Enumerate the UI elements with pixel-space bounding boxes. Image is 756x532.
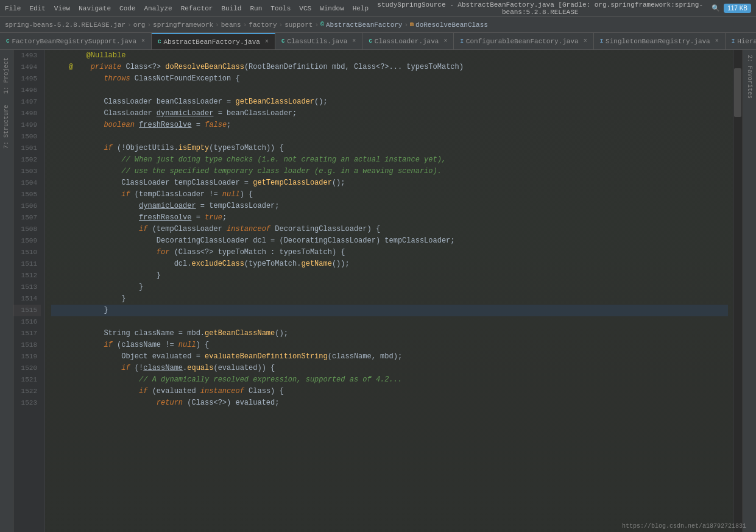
menu-bar[interactable]: File Edit View Navigate Code Analyze Ref… — [5, 5, 369, 12]
menu-analyze[interactable]: Analyze — [144, 5, 172, 12]
code-line-1506: dynamicLoader = tempClassLoader; — [51, 200, 728, 212]
code-line-1503: // use the specified temporary class loa… — [51, 166, 728, 177]
breadcrumb-beans[interactable]: beans — [221, 21, 241, 29]
tab-abstractbeanfactory[interactable]: C AbstractBeanFactory.java × — [152, 33, 275, 49]
code-line-1522: if (evaluated instanceof Class) { — [51, 386, 728, 397]
tab-close[interactable]: × — [141, 38, 145, 44]
breadcrumb-class[interactable]: AbstractBeanFactory — [326, 21, 402, 29]
code-line-1505: if (tempClassLoader != null ) { — [51, 189, 728, 200]
tab-close[interactable]: × — [265, 38, 269, 45]
gutter-line: 1514 — [13, 293, 41, 305]
code-line-1496 — [51, 85, 728, 96]
code-line-1507: freshResolve = true ; — [51, 212, 728, 224]
tab-close[interactable]: × — [352, 38, 356, 44]
menu-tools[interactable]: Tools — [270, 5, 291, 12]
code-line-1500 — [51, 131, 728, 143]
gutter-line: 1519 — [13, 351, 41, 363]
left-sidebar: 1: Project 7: Structure — [0, 50, 13, 532]
gutter-line: 1522 — [13, 386, 41, 397]
code-line-1498: ClassLoader dynamicLoader = beanClassLoa… — [51, 108, 728, 119]
gutter-line: 1509 — [13, 235, 41, 247]
gutter-line: 1515 — [13, 305, 41, 316]
breadcrumb-support[interactable]: support — [284, 21, 313, 29]
gutter-line: 1508 — [13, 224, 41, 235]
sidebar-tab-project[interactable]: 1: Project — [2, 52, 11, 99]
tab-label: AbstractBeanFactory.java — [163, 38, 260, 46]
menu-edit[interactable]: Edit — [29, 5, 45, 12]
download-button[interactable]: 117 KB — [724, 4, 751, 13]
gutter-line: 1512 — [13, 270, 41, 282]
tab-label: ClassLoader.java — [375, 38, 439, 45]
menu-refactor[interactable]: Refactor — [181, 5, 213, 12]
gutter-line: 1513 — [13, 282, 41, 293]
toolbar-right: 🔍 117 KB — [712, 4, 751, 13]
favorites-tab[interactable]: 2: Favorites — [745, 50, 754, 104]
code-line-1520: if (! className . equals (evaluated)) { — [51, 363, 728, 374]
sidebar-tab-structure[interactable]: 7: Structure — [2, 100, 11, 154]
gutter-line: 1496 — [13, 85, 41, 96]
menu-help[interactable]: Help — [353, 5, 369, 12]
tab-close[interactable]: × — [443, 38, 447, 44]
tab-hierarchical[interactable]: I Hierarchica... × — [726, 33, 756, 49]
code-line-1494: @ private Class<?> doResolveBeanClass (R… — [51, 62, 728, 73]
tab-label: SingletonBeanRegistry.java — [606, 38, 710, 45]
tab-classloader[interactable]: C ClassLoader.java × — [362, 33, 454, 49]
menu-build[interactable]: Build — [221, 5, 241, 12]
tab-label: FactoryBeanRegistrySupport.java — [12, 38, 136, 45]
code-line-1511: dcl. excludeClass (typeToMatch. getName … — [51, 258, 728, 270]
favorites-sidebar: 2: Favorites — [743, 50, 756, 532]
code-line-1508: if (tempClassLoader instanceof Decoratin… — [51, 224, 728, 235]
tab-icon-c: C — [6, 38, 9, 44]
menu-navigate[interactable]: Navigate — [79, 5, 111, 12]
gutter-line: 1510 — [13, 247, 41, 258]
title-bar: File Edit View Navigate Code Analyze Ref… — [0, 0, 756, 17]
breadcrumb-method[interactable]: doResolveBeanClass — [415, 21, 488, 29]
menu-run[interactable]: Run — [250, 5, 262, 12]
breadcrumb-springframework[interactable]: springframework — [153, 21, 213, 29]
tab-close[interactable]: × — [715, 38, 719, 44]
menu-code[interactable]: Code — [119, 5, 135, 12]
scrollbar-minimap[interactable] — [733, 50, 743, 532]
tab-factorybeanregistrysupport[interactable]: C FactoryBeanRegistrySupport.java × — [0, 33, 152, 49]
tab-close[interactable]: × — [584, 38, 587, 44]
breadcrumb-jar[interactable]: spring-beans-5.2.8.RELEASE.jar — [5, 21, 125, 29]
code-line-1502: // When just doing type checks (i.e. not… — [51, 154, 728, 166]
code-line-1501: if (!ObjectUtils. isEmpty (typesToMatch)… — [51, 143, 728, 154]
scroll-thumb[interactable] — [734, 68, 741, 117]
breadcrumb-factory[interactable]: factory — [249, 21, 277, 29]
tab-icon-i: I — [732, 38, 735, 44]
tab-bar: C FactoryBeanRegistrySupport.java × C Ab… — [0, 33, 756, 50]
tab-classutils[interactable]: C ClassUtils.java × — [275, 33, 362, 49]
menu-file[interactable]: File — [5, 5, 21, 12]
gutter-line: 1511 — [13, 258, 41, 270]
gutter-line: 1517 — [13, 328, 41, 339]
code-editor[interactable]: @Nullable @ private Class<?> doResolveBe… — [45, 50, 733, 532]
gutter-line: 1503 — [13, 166, 41, 177]
code-line-1493: @Nullable — [51, 50, 728, 62]
code-line-1516 — [51, 316, 728, 328]
gutter-line: 1504 — [13, 177, 41, 189]
code-line-1513: } — [51, 282, 728, 293]
editor-area: 1493 1494 1495 1496 1497 1498 1499 1500 … — [13, 50, 743, 532]
code-line-1515: } — [51, 305, 728, 316]
breadcrumb-org[interactable]: org — [133, 21, 146, 29]
gutter-line: 1495 — [13, 73, 41, 85]
search-icon[interactable]: 🔍 — [712, 4, 720, 12]
gutter-line: 1506 — [13, 200, 41, 212]
gutter-line: 1498 — [13, 108, 41, 119]
tab-configurablebeanfactory[interactable]: I ConfigurableBeanFactory.java × — [454, 33, 593, 49]
gutter-line: 1518 — [13, 339, 41, 351]
code-line-1514: } — [51, 293, 728, 305]
code-line-1517: String className = mbd. getBeanClassName… — [51, 328, 728, 339]
gutter-line: 1507 — [13, 212, 41, 224]
tab-singletonbeanregistry[interactable]: I SingletonBeanRegistry.java × — [594, 33, 726, 49]
gutter-line: 1493 — [13, 50, 41, 62]
menu-view[interactable]: View — [54, 5, 70, 12]
gutter-line: 1502 — [13, 154, 41, 166]
menu-window[interactable]: Window — [320, 5, 344, 12]
tab-icon-i: I — [600, 38, 603, 44]
code-line-1521: // A dynamically resolved expression, su… — [51, 374, 728, 386]
menu-vcs[interactable]: VCS — [299, 5, 311, 12]
gutter-line: 1521 — [13, 374, 41, 386]
tab-label: Hierarchica... — [737, 38, 756, 45]
